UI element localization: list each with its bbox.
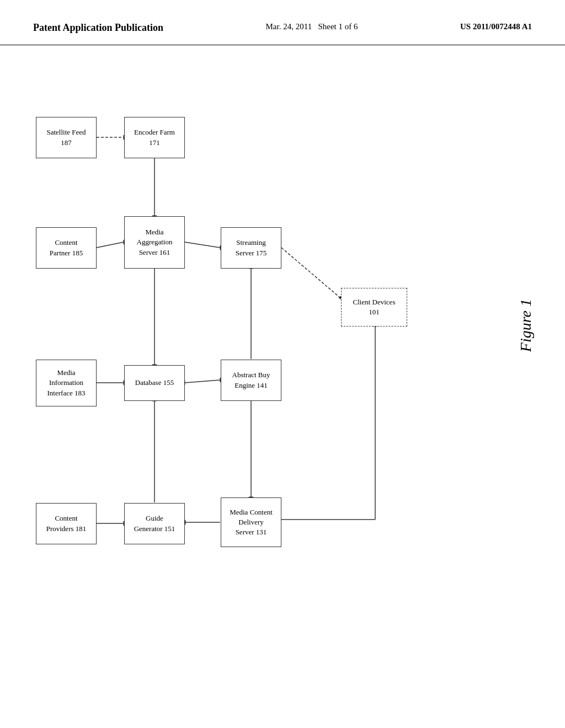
guide-generator-box: GuideGenerator 151 — [124, 503, 185, 544]
svg-line-6 — [185, 242, 220, 248]
content-providers-label: ContentProviders 181 — [46, 513, 87, 533]
encoder-farm-label: Encoder Farm171 — [134, 127, 175, 147]
content-partner-box: ContentPartner 185 — [36, 227, 97, 269]
content-providers-box: ContentProviders 181 — [36, 503, 97, 544]
publication-date-sheet: Mar. 24, 2011 Sheet 1 of 6 — [266, 22, 358, 31]
client-devices-label: Client Devices101 — [353, 297, 396, 317]
satellite-feed-box: Satellite Feed187 — [36, 117, 97, 158]
publication-number: US 2011/0072448 A1 — [460, 22, 532, 31]
streaming-server-label: StreamingServer 175 — [236, 238, 267, 258]
satellite-feed-label: Satellite Feed187 — [46, 127, 86, 147]
encoder-farm-box: Encoder Farm171 — [124, 117, 185, 158]
publication-title: Patent Application Publication — [33, 22, 163, 34]
figure-label: Figure 1 — [517, 299, 535, 352]
svg-line-4 — [97, 242, 124, 248]
streaming-server-box: StreamingServer 175 — [221, 227, 281, 269]
client-devices-box: Client Devices101 — [341, 288, 407, 326]
guide-generator-label: GuideGenerator 151 — [134, 513, 175, 533]
media-content-box: Media ContentDeliveryServer 131 — [221, 497, 281, 547]
abstract-buy-box: Abstract BuyEngine 141 — [221, 360, 281, 401]
database-label: Database 155 — [135, 378, 174, 388]
content-partner-label: ContentPartner 185 — [50, 238, 83, 258]
svg-line-8 — [281, 248, 342, 299]
figure-diagram: Satellite Feed187 Encoder Farm171 Conten… — [0, 45, 565, 696]
media-info-box: MediaInformationInterface 183 — [36, 360, 97, 406]
media-aggregation-box: MediaAggregationServer 161 — [124, 216, 185, 269]
database-box: Database 155 — [124, 365, 185, 401]
abstract-buy-label: Abstract BuyEngine 141 — [232, 370, 270, 390]
media-info-label: MediaInformationInterface 183 — [47, 368, 86, 398]
media-content-label: Media ContentDeliveryServer 131 — [230, 507, 273, 538]
media-aggregation-label: MediaAggregationServer 161 — [137, 227, 173, 258]
svg-line-12 — [185, 380, 220, 383]
page-header: Patent Application Publication Mar. 24, … — [0, 0, 565, 45]
